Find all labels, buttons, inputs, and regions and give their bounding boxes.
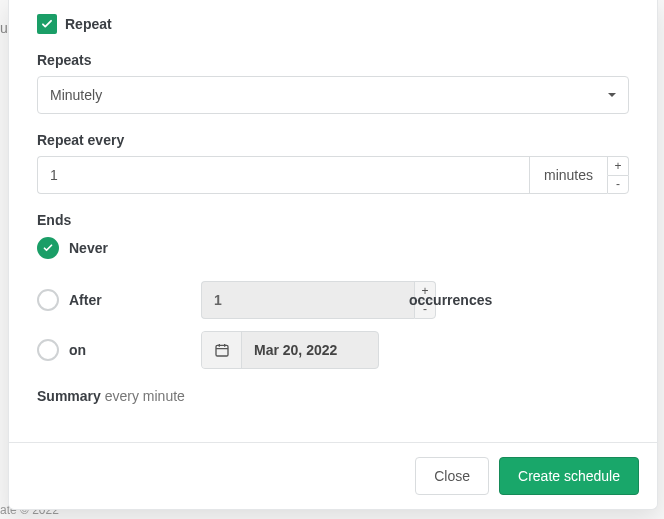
svg-rect-0 [216,345,228,356]
repeats-select-value: Minutely [50,87,102,103]
modal-footer: Close Create schedule [9,442,657,509]
repeat-every-spinner: + - [607,156,629,194]
repeat-every-decrement[interactable]: - [607,175,629,195]
repeat-every-input[interactable] [37,156,529,194]
repeats-label: Repeats [37,52,629,68]
calendar-icon [214,342,230,358]
check-icon [40,17,54,31]
background-left-fragment: u [0,20,8,36]
ends-after-radio[interactable] [37,289,59,311]
ends-on-radio[interactable] [37,339,59,361]
check-icon [42,242,54,254]
summary-row: Summary every minute [37,388,629,404]
close-button[interactable]: Close [415,457,489,495]
ends-label: Ends [37,212,629,228]
ends-after-label: After [69,292,102,308]
create-schedule-button[interactable]: Create schedule [499,457,639,495]
ends-on-date-picker-button[interactable] [202,332,242,368]
schedule-modal: Repeat Repeats Minutely Repeat every min… [8,0,658,510]
ends-never-label: Never [69,240,108,256]
ends-on-date-group: Mar 20, 2022 [201,331,379,369]
summary-text: every minute [105,388,185,404]
repeat-every-label: Repeat every [37,132,629,148]
ends-after-occurrences-input[interactable] [201,281,414,319]
repeat-every-increment[interactable]: + [607,156,629,175]
ends-on-date-value: Mar 20, 2022 [242,332,378,368]
summary-label: Summary [37,388,101,404]
ends-never-radio[interactable] [37,237,59,259]
repeat-checkbox[interactable] [37,14,57,34]
repeat-every-unit: minutes [529,156,607,194]
repeat-checkbox-label: Repeat [65,16,112,32]
ends-on-label: on [69,342,86,358]
ends-after-suffix: occurrences [409,292,492,308]
repeats-select[interactable]: Minutely [37,76,629,114]
